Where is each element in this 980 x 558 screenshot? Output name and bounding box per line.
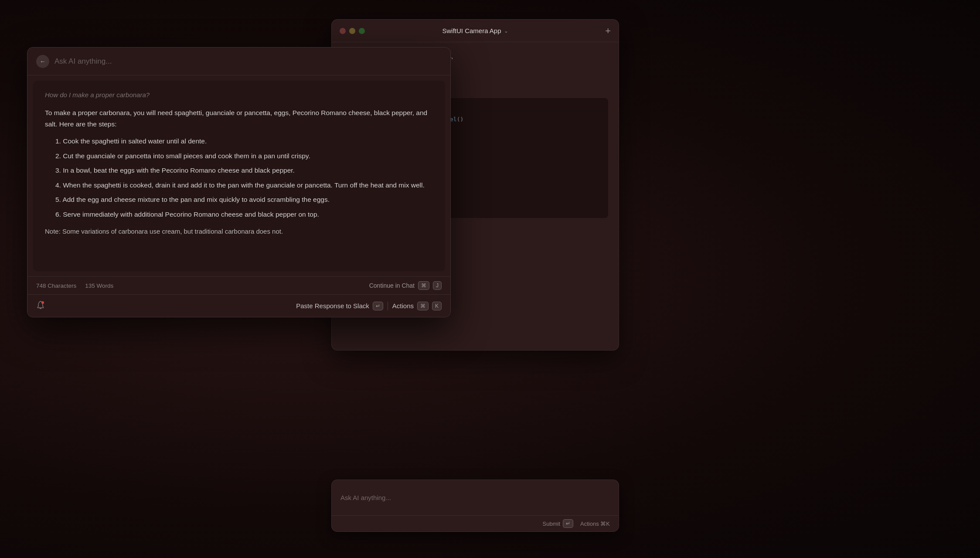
word-count: 135 Words xyxy=(85,282,113,289)
ai-stats: 748 Characters 135 Words xyxy=(36,282,113,289)
swift-bottom-footer: Submit ↵ Actions ⌘K xyxy=(332,515,619,531)
svg-point-0 xyxy=(41,301,44,304)
ai-step-1: 1. Cook the spaghetti in salted water un… xyxy=(54,136,433,147)
ai-question: How do I make a proper carbonara? xyxy=(45,91,433,99)
ai-search-input[interactable] xyxy=(54,57,442,66)
continue-chat-kbd-cmd: ⌘ xyxy=(418,281,429,290)
ai-answer: To make a proper carbonara, you will nee… xyxy=(45,107,433,237)
actions-kbd-cmd: ⌘ xyxy=(417,302,429,310)
swift-title-chevron[interactable]: ⌄ xyxy=(504,28,508,34)
swift-add-button[interactable]: + xyxy=(605,25,611,37)
continue-chat-kbd-j: J xyxy=(433,281,442,290)
ai-note: Note: Some variations of carbonara use c… xyxy=(45,226,433,237)
ai-toolbar: Paste Response to Slack ↵ Actions ⌘ K xyxy=(27,294,450,317)
traffic-light-green[interactable] xyxy=(359,28,365,34)
actions-kbd-k: K xyxy=(432,302,442,310)
character-count: 748 Characters xyxy=(36,282,76,289)
swift-titlebar: SwiftUI Camera App ⌄ + xyxy=(332,20,619,42)
ai-step-6: 6. Serve immediately with additional Pec… xyxy=(54,209,433,220)
back-button[interactable]: ← xyxy=(36,55,49,68)
traffic-lights xyxy=(340,28,365,34)
continue-chat-button[interactable]: Continue in Chat ⌘ J xyxy=(369,281,442,290)
paste-response-button[interactable]: Paste Response to Slack ↵ xyxy=(296,302,383,310)
traffic-light-red[interactable] xyxy=(340,28,346,34)
swift-bottom-input-area: Ask AI anything... xyxy=(332,480,619,515)
actions-button[interactable]: Actions ⌘ K xyxy=(392,302,442,310)
ai-step-5: 5. Add the egg and cheese mixture to the… xyxy=(54,194,433,205)
submit-kbd: ↵ xyxy=(563,519,573,528)
swift-bottom-placeholder: Ask AI anything... xyxy=(340,494,391,501)
continue-chat-label: Continue in Chat xyxy=(369,282,415,289)
back-icon: ← xyxy=(40,58,46,65)
ai-steps-list: 1. Cook the spaghetti in salted water un… xyxy=(45,136,433,220)
ai-footer: 748 Characters 135 Words Continue in Cha… xyxy=(27,276,450,294)
toolbar-right: Paste Response to Slack ↵ Actions ⌘ K xyxy=(296,302,442,310)
submit-label: Submit xyxy=(543,521,560,527)
swift-title-text: SwiftUI Camera App xyxy=(442,27,501,34)
traffic-light-yellow[interactable] xyxy=(349,28,355,34)
swift-bottom-window: Ask AI anything... Submit ↵ Actions ⌘K xyxy=(331,480,619,532)
ai-searchbar: ← xyxy=(27,48,450,75)
swift-window-title: SwiftUI Camera App ⌄ xyxy=(442,27,508,34)
actions-bottom-label: Actions ⌘K xyxy=(580,521,610,527)
actions-label: Actions xyxy=(392,302,414,310)
paste-label: Paste Response to Slack xyxy=(296,302,369,310)
submit-action[interactable]: Submit ↵ xyxy=(543,519,573,528)
ai-step-2: 2. Cut the guanciale or pancetta into sm… xyxy=(54,150,433,162)
actions-bottom-button[interactable]: Actions ⌘K xyxy=(580,521,610,527)
ai-query-window: ← How do I make a proper carbonara? To m… xyxy=(27,47,451,317)
paste-kbd: ↵ xyxy=(373,302,383,310)
notification-icon[interactable] xyxy=(36,300,45,311)
ai-step-3: 3. In a bowl, beat the eggs with the Pec… xyxy=(54,165,433,176)
ai-answer-intro: To make a proper carbonara, you will nee… xyxy=(45,107,433,129)
toolbar-divider xyxy=(388,302,388,310)
ai-response-area: How do I make a proper carbonara? To mak… xyxy=(33,81,445,271)
ai-step-4: 4. When the spaghetti is cooked, drain i… xyxy=(54,180,433,191)
